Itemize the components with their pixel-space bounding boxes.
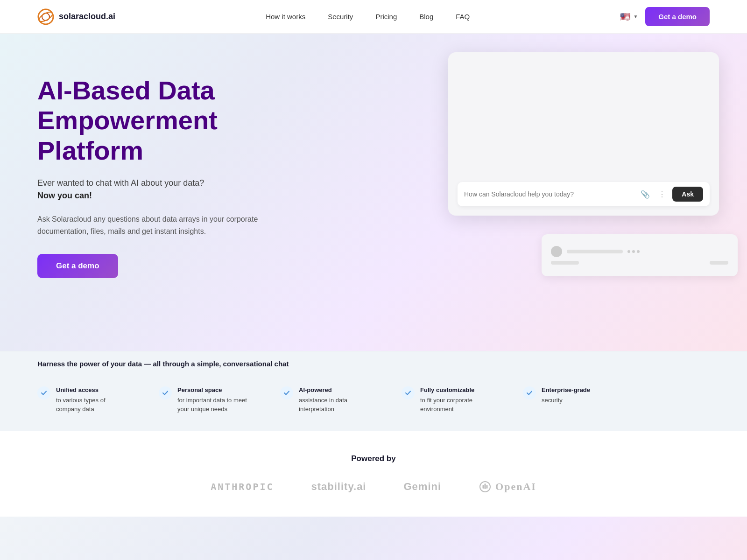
feature-check-ai-powered bbox=[280, 386, 293, 399]
flag-icon: 🇺🇸 bbox=[620, 12, 630, 22]
openai-logo-text: OpenAI bbox=[495, 481, 536, 493]
nav-demo-button[interactable]: Get a demo bbox=[645, 7, 710, 26]
secondary-line-2 bbox=[551, 261, 579, 265]
openai-logo: OpenAI bbox=[479, 480, 536, 493]
paperclip-icon: 📎 bbox=[641, 190, 650, 198]
logo[interactable]: solaracloud.ai bbox=[37, 8, 115, 25]
nav-links: How it works Security Pricing Blog FAQ bbox=[266, 13, 470, 21]
hero-description: Ask Solaracloud any questions about data… bbox=[37, 213, 271, 237]
hero-cta-button[interactable]: Get a demo bbox=[37, 254, 118, 278]
feature-item-unified-access: Unified access to various types of compa… bbox=[37, 385, 131, 414]
feature-item-enterprise-grade: Enterprise-grade security bbox=[523, 385, 590, 414]
dot-3 bbox=[637, 250, 640, 253]
feature-item-fully-customizable: Fully customizable to fit your corporate… bbox=[402, 385, 495, 414]
powered-label: Powered by bbox=[37, 454, 710, 463]
bottom-section bbox=[0, 517, 747, 560]
hero-content: AI-Based Data Empowerment Platform Ever … bbox=[37, 62, 308, 278]
hero-subtitle: Ever wanted to chat with AI about your d… bbox=[37, 177, 308, 202]
gemini-logo: Gemini bbox=[403, 481, 441, 493]
openai-icon bbox=[479, 480, 492, 493]
chat-more-button[interactable]: ⋮ bbox=[656, 188, 668, 201]
chat-card: 📎 ⋮ Ask bbox=[448, 52, 719, 216]
language-selector[interactable]: 🇺🇸 ▼ bbox=[620, 12, 638, 22]
gemini-logo-text: Gemini bbox=[403, 481, 441, 492]
chevron-down-icon: ▼ bbox=[633, 14, 638, 19]
powered-logos: ANTHROPIC stability.ai Gemini OpenAI bbox=[37, 480, 710, 493]
nav-blog[interactable]: Blog bbox=[419, 13, 433, 21]
nav-faq[interactable]: FAQ bbox=[456, 13, 470, 21]
secondary-dots bbox=[627, 250, 640, 253]
hero-widget-area: 📎 ⋮ Ask bbox=[411, 52, 747, 216]
feature-item-ai-powered: AI-powered assistance in data interpreta… bbox=[280, 385, 374, 414]
powered-section: Powered by ANTHROPIC stability.ai Gemini… bbox=[0, 431, 747, 517]
hero-title-line1: AI-Based Data bbox=[37, 76, 215, 105]
feature-check-personal-space bbox=[159, 386, 172, 399]
logo-icon bbox=[37, 8, 54, 25]
feature-text-enterprise-grade: Enterprise-grade security bbox=[542, 385, 590, 405]
chat-ask-button[interactable]: Ask bbox=[672, 187, 703, 202]
chat-attach-button[interactable]: 📎 bbox=[639, 188, 652, 201]
feature-text-fully-customizable: Fully customizable to fit your corporate… bbox=[420, 385, 495, 414]
feature-text-unified-access: Unified access to various types of compa… bbox=[56, 385, 131, 414]
dot-2 bbox=[632, 250, 635, 253]
stability-logo: stability.ai bbox=[311, 481, 366, 493]
hero-title-line2: Empowerment Platform bbox=[37, 105, 218, 165]
nav-how-it-works[interactable]: How it works bbox=[266, 13, 305, 21]
nav-security[interactable]: Security bbox=[328, 13, 353, 21]
more-icon: ⋮ bbox=[658, 190, 666, 198]
check-icon bbox=[41, 390, 47, 396]
harness-text: Harness the power of your data — all thr… bbox=[37, 360, 710, 368]
secondary-avatar bbox=[551, 246, 562, 257]
hero-section: AI-Based Data Empowerment Platform Ever … bbox=[0, 34, 747, 351]
stability-logo-text: stability.ai bbox=[311, 481, 366, 492]
harness-bar: Harness the power of your data — all thr… bbox=[0, 351, 747, 376]
features-bar: Unified access to various types of compa… bbox=[0, 376, 747, 431]
feature-text-personal-space: Personal space for important data to mee… bbox=[177, 385, 252, 414]
check-icon bbox=[526, 390, 533, 396]
dot-1 bbox=[627, 250, 630, 253]
anthropic-logo-text: ANTHROPIC bbox=[211, 481, 274, 492]
navbar: solaracloud.ai How it works Security Pri… bbox=[0, 0, 747, 34]
nav-right: 🇺🇸 ▼ Get a demo bbox=[620, 7, 710, 26]
secondary-line-3 bbox=[710, 261, 728, 265]
feature-check-fully-customizable bbox=[402, 386, 415, 399]
check-icon bbox=[162, 390, 169, 396]
secondary-row-1 bbox=[551, 246, 728, 257]
nav-pricing[interactable]: Pricing bbox=[375, 13, 397, 21]
chat-input[interactable] bbox=[464, 190, 634, 198]
feature-check-unified-access bbox=[37, 386, 50, 399]
feature-item-personal-space: Personal space for important data to mee… bbox=[159, 385, 252, 414]
chat-card-secondary bbox=[542, 234, 738, 276]
logo-text: solaracloud.ai bbox=[59, 12, 115, 21]
feature-check-enterprise-grade bbox=[523, 386, 536, 399]
chat-input-row: 📎 ⋮ Ask bbox=[458, 182, 710, 206]
check-icon bbox=[283, 390, 290, 396]
feature-text-ai-powered: AI-powered assistance in data interpreta… bbox=[299, 385, 374, 414]
anthropic-logo: ANTHROPIC bbox=[211, 481, 274, 492]
check-icon bbox=[405, 390, 411, 396]
secondary-row-2 bbox=[551, 261, 728, 265]
hero-title: AI-Based Data Empowerment Platform bbox=[37, 76, 308, 166]
secondary-line-1 bbox=[567, 250, 623, 253]
